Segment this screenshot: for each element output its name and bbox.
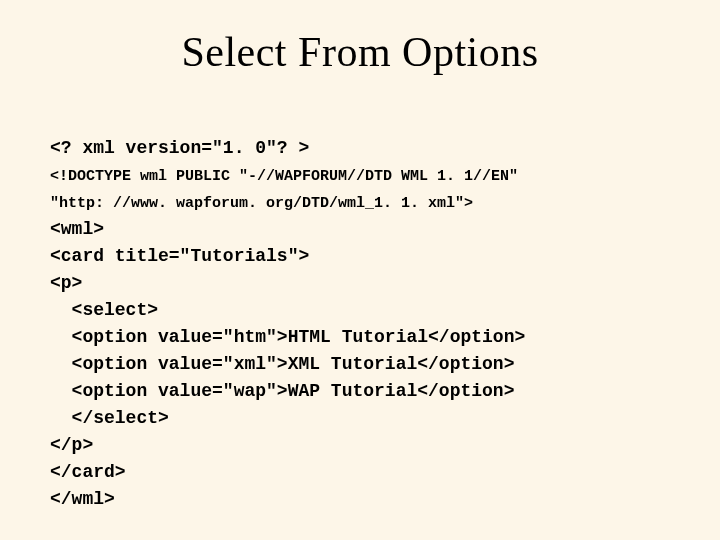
code-line: <wml> (50, 219, 104, 239)
code-line: </p> (50, 435, 93, 455)
code-line: <? xml version="1. 0"? > (50, 138, 309, 158)
code-line: <option value="htm">HTML Tutorial</optio… (50, 327, 525, 347)
code-line: <p> (50, 273, 82, 293)
slide-title: Select From Options (50, 28, 670, 76)
code-line: "http: //www. wapforum. org/DTD/wml_1. 1… (50, 195, 473, 212)
code-block: <? xml version="1. 0"? > <!DOCTYPE wml P… (50, 108, 670, 513)
code-line: </wml> (50, 489, 115, 509)
slide-container: Select From Options <? xml version="1. 0… (0, 0, 720, 540)
code-line: </card> (50, 462, 126, 482)
code-line: <select> (50, 300, 158, 320)
code-line: </select> (50, 408, 169, 428)
code-line: <card title="Tutorials"> (50, 246, 309, 266)
code-line: <!DOCTYPE wml PUBLIC "-//WAPFORUM//DTD W… (50, 168, 518, 185)
code-line: <option value="wap">WAP Tutorial</option… (50, 381, 514, 401)
code-line: <option value="xml">XML Tutorial</option… (50, 354, 514, 374)
